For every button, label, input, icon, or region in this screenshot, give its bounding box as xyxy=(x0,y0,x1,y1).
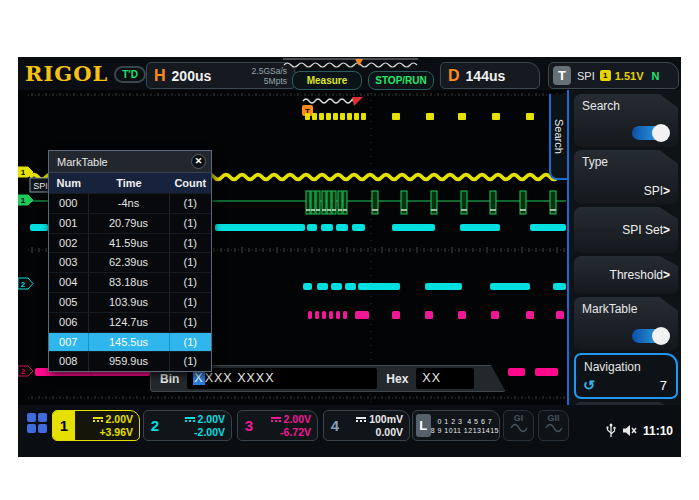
type-panel[interactable]: Type SPI> xyxy=(574,150,678,204)
search-panel-label: Search xyxy=(582,99,620,113)
sine-wave-icon xyxy=(545,423,563,433)
table-cell: 002 xyxy=(49,234,89,253)
table-cell: 007 xyxy=(49,333,89,352)
type-value: SPI xyxy=(644,184,663,198)
channel1-number: 1 xyxy=(53,411,75,440)
h-label: H xyxy=(154,67,166,85)
digital-channel-waveform xyxy=(303,283,566,290)
bin-value-field[interactable]: XXXX XXXX xyxy=(187,368,377,389)
table-cell: 124.7us xyxy=(89,313,170,332)
chevron-right-icon: > xyxy=(663,268,670,282)
trigger-status-badge: T'D xyxy=(114,66,146,83)
table-row[interactable]: 005103.9us(1) xyxy=(49,292,211,312)
horizontal-timebase-panel[interactable]: H 200us 2.5GSa/s 5Mpts xyxy=(146,62,296,89)
spi-set-label: SPI Set xyxy=(622,223,663,237)
table-row[interactable]: 00241.59us(1) xyxy=(49,233,211,253)
channel-tag[interactable]: 2 xyxy=(18,278,33,289)
table-row[interactable]: 00483.18us(1) xyxy=(49,272,211,292)
generator2-box[interactable]: GII xyxy=(538,410,569,441)
trigger-slope: N xyxy=(651,70,659,82)
table-cell: 000 xyxy=(49,194,89,213)
waveform-overview-bar[interactable] xyxy=(281,57,421,71)
column-header-count: Count xyxy=(170,173,211,193)
channel1-box[interactable]: 1 2.00V+3.96V xyxy=(52,410,140,441)
hex-value-field[interactable]: XX xyxy=(416,368,474,389)
svg-text:SPI: SPI xyxy=(33,181,48,191)
trigger-type: SPI xyxy=(577,70,595,82)
status-icon-group: 11:10 xyxy=(606,423,673,438)
spi-set-panel[interactable]: SPI Set> xyxy=(574,207,678,253)
search-toggle[interactable] xyxy=(632,126,668,140)
table-row[interactable]: 00120.79us(1) xyxy=(49,213,211,233)
hex-label: Hex xyxy=(386,372,408,386)
toggle-knob xyxy=(652,327,670,345)
channel4-offset: 0.00V xyxy=(376,426,403,438)
table-cell: 62.39us xyxy=(89,253,170,272)
channel4-box[interactable]: 4 100mV0.00V xyxy=(323,410,410,441)
table-cell: 83.18us xyxy=(89,273,170,292)
marktable-body: 000-4ns(1)00120.79us(1)00241.59us(1)0036… xyxy=(49,193,211,371)
table-cell: (1) xyxy=(170,352,211,371)
table-cell: 103.9us xyxy=(89,293,170,312)
close-icon[interactable]: ✕ xyxy=(191,154,206,169)
channel3-box[interactable]: 3 2.00V-6.72V xyxy=(237,410,318,441)
svg-text:1: 1 xyxy=(21,168,26,177)
table-cell: (1) xyxy=(170,313,211,332)
column-header-num: Num xyxy=(49,173,89,193)
stop-run-button[interactable]: STOP/RUN xyxy=(368,71,434,90)
marktable-toggle[interactable] xyxy=(632,329,668,343)
marktable-titlebar[interactable]: MarkTable ✕ xyxy=(49,151,211,173)
channel-tag[interactable]: 2 xyxy=(18,366,33,376)
search-menu-sidebar: Search Type SPI> SPI Set> Threshold> Mar… xyxy=(567,90,681,421)
chevron-right-icon: > xyxy=(663,184,670,198)
table-row[interactable]: 007145.5us(1) xyxy=(49,332,211,352)
toggle-knob xyxy=(652,124,670,142)
logic-analyzer-box[interactable]: L 0 1 2 3 4 5 6 78 9 1011 12131415 xyxy=(412,410,500,441)
table-cell: (1) xyxy=(170,333,211,352)
marktable-enable-panel[interactable]: MarkTable xyxy=(574,297,678,350)
trigger-source-badge: 1 xyxy=(600,70,611,81)
oscilloscope-screen: TSPI1122 RIGOL T'D H 200us 2.5GSa/s 5Mpt… xyxy=(18,57,681,457)
channel3-number: 3 xyxy=(238,411,260,440)
chevron-right-icon: > xyxy=(663,223,670,237)
table-row[interactable]: 008959.9us(1) xyxy=(49,351,211,371)
svg-text:2: 2 xyxy=(21,367,26,376)
table-row[interactable]: 000-4ns(1) xyxy=(49,193,211,213)
table-row[interactable]: 006124.7us(1) xyxy=(49,312,211,332)
mute-speaker-icon[interactable] xyxy=(622,424,637,437)
channel4-number: 4 xyxy=(324,411,346,440)
table-cell: 41.59us xyxy=(89,234,170,253)
trigger-panel[interactable]: T SPI 1 1.51V N xyxy=(548,62,679,89)
dc-coupling-icon xyxy=(356,417,366,422)
column-header-time: Time xyxy=(89,173,170,193)
table-cell: 959.9us xyxy=(89,352,170,371)
sidebar-tab-search[interactable]: Search xyxy=(549,94,567,180)
generator2-label: GII xyxy=(539,413,568,423)
table-cell: (1) xyxy=(170,234,211,253)
channel-tag[interactable]: 1 xyxy=(18,195,33,205)
table-cell: 004 xyxy=(49,273,89,292)
trigger-position-marker: T xyxy=(302,97,363,116)
table-cell: 005 xyxy=(49,293,89,312)
table-row[interactable]: 00362.39us(1) xyxy=(49,252,211,272)
navigation-panel[interactable]: Navigation ↺ 7 xyxy=(574,353,678,399)
delay-panel[interactable]: D 144us xyxy=(440,62,540,89)
channel4-scale: 100mV xyxy=(369,413,403,425)
rigol-logo: RIGOL xyxy=(25,61,108,86)
svg-text:2: 2 xyxy=(21,280,26,289)
search-enable-panel[interactable]: Search xyxy=(574,94,678,147)
dc-coupling-icon xyxy=(185,417,195,422)
channel2-box[interactable]: 2 2.00V-2.00V xyxy=(143,410,232,441)
bin-rest: XXX XXXX xyxy=(205,371,275,385)
overview-trigger-marker xyxy=(355,59,363,66)
threshold-panel[interactable]: Threshold> xyxy=(574,256,678,294)
menu-grid-icon[interactable] xyxy=(27,413,47,433)
measure-button[interactable]: Measure xyxy=(292,71,362,90)
channel2-number: 2 xyxy=(144,411,166,440)
table-cell: (1) xyxy=(170,194,211,213)
search-event-marks xyxy=(305,113,534,120)
svg-text:T: T xyxy=(305,107,310,116)
table-cell: (1) xyxy=(170,293,211,312)
generator1-box[interactable]: GI xyxy=(503,410,534,441)
channel-tag[interactable]: 1 xyxy=(18,167,33,177)
